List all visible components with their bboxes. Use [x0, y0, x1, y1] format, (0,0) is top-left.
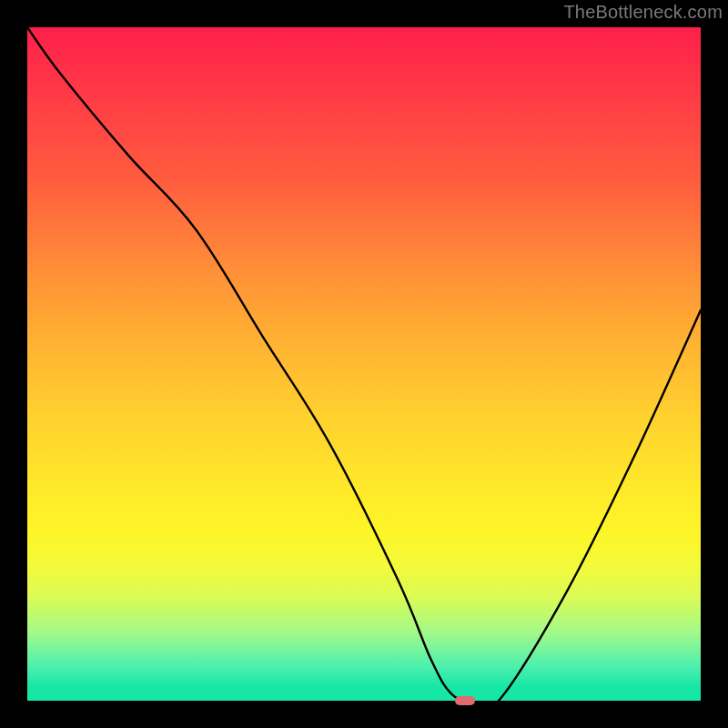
curve-path — [27, 27, 701, 701]
chart-container: TheBottleneck.com — [0, 0, 728, 728]
plot-area — [27, 27, 701, 701]
x-axis-gutter — [0, 701, 728, 728]
bottleneck-curve — [27, 27, 701, 701]
y-axis-gutter — [0, 27, 27, 701]
watermark-text: TheBottleneck.com — [563, 2, 723, 23]
optimum-marker — [455, 696, 475, 705]
